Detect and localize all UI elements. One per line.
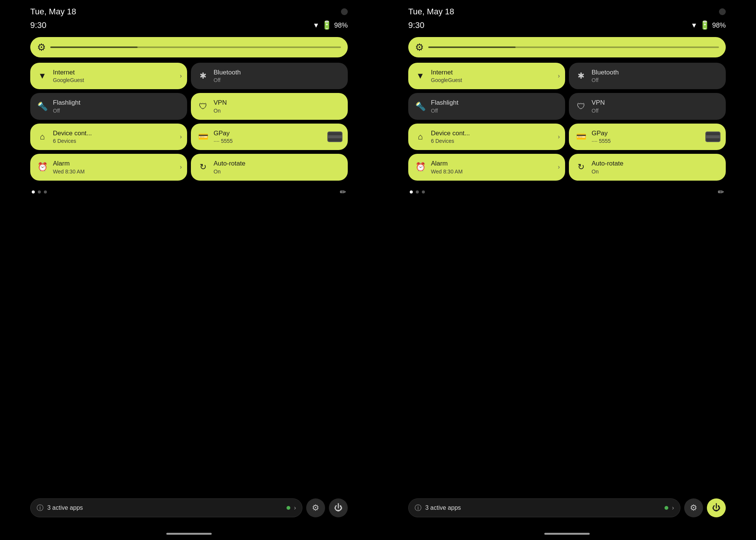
alarm-icon-left: ⏰ [37, 162, 48, 172]
brightness-bar-right[interactable]: ⚙ [408, 37, 726, 57]
device-icon-left: ⌂ [37, 132, 48, 142]
gpay-card-right [705, 132, 720, 142]
date-right: Tue, May 18 [408, 7, 454, 17]
dot-2-right [416, 190, 419, 193]
status-bar-left: Tue, May 18 [30, 0, 348, 19]
tile-device-right[interactable]: ⌂ Device cont... 6 Devices › [408, 124, 565, 150]
tile-gpay-right[interactable]: 💳 GPay ···· 5555 [569, 124, 726, 150]
tile-vpn-right[interactable]: 🛡 VPN Off [569, 93, 726, 119]
device-chevron-left: › [180, 133, 182, 140]
vpn-icon-left: 🛡 [198, 102, 208, 111]
camera-dot-right [719, 8, 726, 15]
tile-autorotate-text-right: Auto-rotate On [592, 160, 623, 174]
edit-icon-right[interactable]: ✏ [718, 187, 724, 197]
tile-gpay-left[interactable]: 💳 GPay ···· 5555 [191, 124, 348, 150]
tile-vpn-left[interactable]: 🛡 VPN On [191, 93, 348, 119]
device-icon-right: ⌂ [415, 132, 426, 142]
battery-icon-right: 🔋 [700, 20, 710, 30]
settings-icon-right: ⚙ [690, 503, 697, 513]
tile-gpay-title-right: GPay [592, 130, 611, 137]
flashlight-icon-right: 🔦 [415, 102, 426, 111]
settings-btn-left[interactable]: ⚙ [306, 498, 325, 517]
tile-internet-subtitle-left: GoogleGuest [53, 77, 84, 83]
status-bar-right: Tue, May 18 [408, 0, 726, 19]
tile-internet-left[interactable]: ▼ Internet GoogleGuest › [30, 63, 187, 89]
tile-device-subtitle-left: 6 Devices [53, 138, 92, 144]
wifi-status-icon-right: ▼ [691, 22, 697, 29]
brightness-fill-left [50, 46, 138, 48]
time-row-right: 9:30 ▼ 🔋 98% [408, 20, 726, 30]
power-icon-left: ⏻ [334, 503, 342, 513]
alarm-chevron-right: › [558, 164, 560, 170]
tile-device-text-left: Device cont... 6 Devices [53, 130, 92, 144]
tile-autorotate-right[interactable]: ↻ Auto-rotate On [569, 154, 726, 180]
tile-gpay-text-left: GPay ···· 5555 [214, 130, 233, 144]
phone-screen-left: Tue, May 18 9:30 ▼ 🔋 98% ⚙ ▼ [0, 0, 378, 540]
tile-internet-text-right: Internet GoogleGuest [431, 69, 462, 83]
tile-autorotate-subtitle-left: On [214, 169, 245, 175]
tile-alarm-left[interactable]: ⏰ Alarm Wed 8:30 AM › [30, 154, 187, 180]
tile-gpay-subtitle-right: ···· 5555 [592, 138, 611, 144]
tile-internet-right[interactable]: ▼ Internet GoogleGuest › [408, 63, 565, 89]
tile-vpn-text-right: VPN Off [592, 99, 605, 113]
tile-alarm-subtitle-left: Wed 8:30 AM [53, 169, 85, 175]
dot-1-left [32, 190, 35, 193]
wifi-icon-right: ▼ [415, 71, 426, 81]
home-indicator-right [544, 533, 590, 535]
tile-device-title-left: Device cont... [53, 130, 92, 137]
flashlight-icon-left: 🔦 [37, 102, 48, 111]
tile-flashlight-left[interactable]: 🔦 Flashlight Off [30, 93, 187, 119]
active-apps-pill-left[interactable]: ⓘ 3 active apps › [30, 498, 302, 517]
brightness-row-left[interactable]: ⚙ [30, 37, 348, 57]
tile-bluetooth-subtitle-right: Off [592, 77, 619, 83]
info-icon-right: ⓘ [415, 503, 421, 512]
battery-icon-left: 🔋 [322, 20, 332, 30]
tile-autorotate-title-right: Auto-rotate [592, 160, 623, 167]
edit-icon-left[interactable]: ✏ [340, 187, 346, 197]
battery-right: 98% [712, 22, 726, 29]
tile-bluetooth-title-left: Bluetooth [214, 69, 241, 76]
tile-alarm-right[interactable]: ⏰ Alarm Wed 8:30 AM › [408, 154, 565, 180]
info-icon-left: ⓘ [37, 503, 43, 512]
tile-bluetooth-left[interactable]: ✱ Bluetooth Off [191, 63, 348, 89]
alarm-icon-right: ⏰ [415, 162, 426, 172]
tile-autorotate-left[interactable]: ↻ Auto-rotate On [191, 154, 348, 180]
bluetooth-icon-right: ✱ [576, 71, 586, 81]
internet-chevron-right: › [558, 73, 560, 79]
bottom-bar-right: ⓘ 3 active apps › ⚙ ⏻ [408, 498, 726, 517]
tile-flashlight-right[interactable]: 🔦 Flashlight Off [408, 93, 565, 119]
time-left: 9:30 [30, 20, 46, 30]
pill-chevron-right: › [672, 504, 674, 511]
settings-icon-left: ⚙ [312, 503, 319, 513]
dots-left [32, 190, 47, 193]
power-btn-right[interactable]: ⏻ [707, 498, 726, 517]
active-apps-pill-right[interactable]: ⓘ 3 active apps › [408, 498, 680, 517]
brightness-track-right[interactable] [428, 46, 719, 48]
bluetooth-icon-left: ✱ [198, 71, 208, 81]
brightness-bar-left[interactable]: ⚙ [30, 37, 348, 57]
active-apps-text-left: 3 active apps [47, 504, 283, 511]
device-chevron-right: › [558, 133, 560, 140]
wifi-icon-left: ▼ [37, 71, 48, 81]
internet-chevron-left: › [180, 73, 182, 79]
wifi-status-icon-left: ▼ [313, 22, 319, 29]
tile-gpay-title-left: GPay [214, 130, 233, 137]
brightness-row-right[interactable]: ⚙ [408, 37, 726, 57]
tile-bluetooth-right[interactable]: ✱ Bluetooth Off [569, 63, 726, 89]
vpn-icon-right: 🛡 [576, 102, 586, 111]
tile-flashlight-subtitle-right: Off [431, 108, 459, 114]
brightness-fill-right [428, 46, 516, 48]
brightness-track-left[interactable] [50, 46, 341, 48]
tile-internet-subtitle-right: GoogleGuest [431, 77, 462, 83]
settings-btn-right[interactable]: ⚙ [684, 498, 703, 517]
tile-bluetooth-text-left: Bluetooth Off [214, 69, 241, 83]
autorotate-icon-right: ↻ [576, 162, 586, 172]
tile-device-left[interactable]: ⌂ Device cont... 6 Devices › [30, 124, 187, 150]
tile-vpn-title-right: VPN [592, 99, 605, 107]
tile-vpn-subtitle-left: On [214, 108, 227, 114]
tile-device-title-right: Device cont... [431, 130, 470, 137]
tile-alarm-text-left: Alarm Wed 8:30 AM [53, 160, 85, 174]
tile-alarm-title-right: Alarm [431, 160, 463, 167]
power-btn-left[interactable]: ⏻ [329, 498, 348, 517]
gpay-stripe-right [706, 135, 720, 138]
